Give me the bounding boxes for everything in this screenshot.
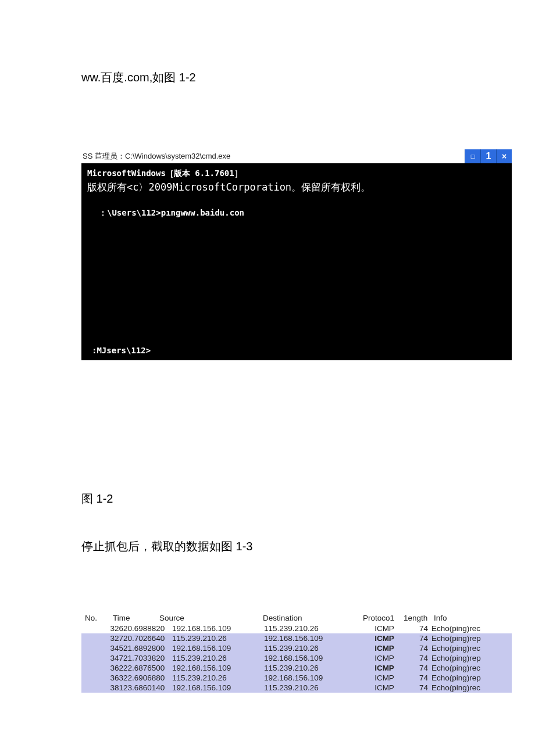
table-row[interactable]: 347 21.7033820115.239.210.26192.168.156.… xyxy=(81,653,512,663)
col-header-no: No. xyxy=(81,614,113,622)
table-row[interactable]: 381 23.6860140192.168.156.109115.239.210… xyxy=(81,683,512,693)
cell-protocol: ICMP xyxy=(364,634,405,643)
cell-source: 192.168.156.109 xyxy=(172,644,264,653)
cell-source: 192.168.156.109 xyxy=(172,683,264,692)
body-text-2: 停止抓包后，截取的数据如图 1-3 xyxy=(81,539,454,554)
cmd-line-ping: ：\Users\112>pıngwww.baidu.con xyxy=(87,206,506,219)
packet-table: No. Time Source Destination Protoco1 1en… xyxy=(81,612,512,693)
cell-length: 74 xyxy=(405,644,431,653)
cell-protocol: ICMP xyxy=(364,644,405,653)
cmd-window-controls: □ 1 × xyxy=(465,149,512,163)
col-header-info: Info xyxy=(434,614,512,622)
cell-protocol: ICMP xyxy=(364,654,405,662)
cell-info: Echo(ping)rep xyxy=(431,634,512,643)
cell-info: Echo(ping)rec xyxy=(431,644,512,653)
cell-protocol: ICMP xyxy=(364,683,405,692)
cell-no: 327 xyxy=(81,634,123,643)
cell-no: 381 xyxy=(81,683,123,692)
cell-destination: 192.168.156.109 xyxy=(264,654,364,662)
cmd-title: SS 苣理员：C:\Windows\system32\cmd.exe xyxy=(81,151,230,162)
table-row[interactable]: 345 21.6892800192.168.156.109115.239.210… xyxy=(81,643,512,653)
cell-protocol: ICMP xyxy=(364,673,405,682)
table-row[interactable]: 326 20.6988820192.168.156.109115.239.210… xyxy=(81,624,512,633)
col-header-destination: Destination xyxy=(263,614,363,622)
cmd-title-path: C:\Windows\system32\cmd.exe xyxy=(125,152,230,160)
cell-info: Echo(ping)rep xyxy=(431,673,512,682)
cmd-body: MicrosoftWindows［版本 6.1.7601］ 版权所有<c〉200… xyxy=(81,163,512,360)
cell-source: 115.239.210.26 xyxy=(172,673,264,682)
cell-time: 22.6906880 xyxy=(123,673,172,682)
packet-header-row: No. Time Source Destination Protoco1 1en… xyxy=(81,612,512,624)
maximize-button[interactable]: 1 xyxy=(480,149,496,163)
cell-time: 21.7033820 xyxy=(123,654,172,662)
cell-length: 74 xyxy=(405,683,431,692)
cell-protocol: ICMP xyxy=(364,624,405,633)
cmd-line-copyright: 版权所有<c〉2009MicrosoftCorporation。保留所有权利。 xyxy=(87,180,506,195)
cell-length: 74 xyxy=(405,673,431,682)
cell-info: Echo(ping)rec xyxy=(431,664,512,672)
cmd-line-version: MicrosoftWindows［版本 6.1.7601］ xyxy=(87,167,506,180)
cell-length: 74 xyxy=(405,654,431,662)
col-header-source: Source xyxy=(159,614,263,622)
cmd-window: SS 苣理员：C:\Windows\system32\cmd.exe □ 1 ×… xyxy=(81,149,512,360)
col-header-time: Time xyxy=(113,614,159,622)
cmd-titlebar: SS 苣理员：C:\Windows\system32\cmd.exe □ 1 × xyxy=(81,149,512,163)
cell-protocol: ICMP xyxy=(364,664,405,672)
cell-time: 21.6892800 xyxy=(123,644,172,653)
close-button[interactable]: × xyxy=(496,149,512,163)
cell-destination: 115.239.210.26 xyxy=(264,624,364,633)
cell-source: 192.168.156.109 xyxy=(172,624,264,633)
cell-source: 115.239.210.26 xyxy=(172,634,264,643)
col-header-protocol: Protoco1 xyxy=(363,614,404,622)
table-row[interactable]: 362 22.6876500192.168.156.109115.239.210… xyxy=(81,663,512,673)
figure-caption-1-2: 图 1-2 xyxy=(81,491,454,507)
cell-no: 326 xyxy=(81,624,123,633)
body-text-1: ww.百度.com,如图 1-2 xyxy=(81,70,454,85)
cell-time: 23.6860140 xyxy=(123,683,172,692)
table-row[interactable]: 327 20.7026640115.239.210.26192.168.156.… xyxy=(81,633,512,643)
cell-no: 345 xyxy=(81,644,123,653)
cell-no: 362 xyxy=(81,664,123,672)
cell-length: 74 xyxy=(405,664,431,672)
table-row[interactable]: 363 22.6906880115.239.210.26192.168.156.… xyxy=(81,673,512,683)
cell-no: 363 xyxy=(81,673,123,682)
cell-length: 74 xyxy=(405,624,431,633)
cell-destination: 192.168.156.109 xyxy=(264,634,364,643)
cell-time: 20.7026640 xyxy=(123,634,172,643)
cell-info: Echo(ping)rec xyxy=(431,683,512,692)
cell-no: 347 xyxy=(81,654,123,662)
cell-destination: 115.239.210.26 xyxy=(264,664,364,672)
minimize-button[interactable]: □ xyxy=(465,149,480,163)
cell-destination: 115.239.210.26 xyxy=(264,644,364,653)
cmd-line-prompt: :MJsers\112> xyxy=(87,344,506,357)
cell-destination: 192.168.156.109 xyxy=(264,673,364,682)
cell-time: 20.6988820 xyxy=(123,624,172,633)
cell-source: 192.168.156.109 xyxy=(172,664,264,672)
cell-info: Echo(ping)rec xyxy=(431,624,512,633)
cell-info: Echo(ping)rep xyxy=(431,654,512,662)
cell-destination: 115.239.210.26 xyxy=(264,683,364,692)
cell-source: 115.239.210.26 xyxy=(172,654,264,662)
col-header-length: 1ength xyxy=(404,614,434,622)
cell-length: 74 xyxy=(405,634,431,643)
cmd-title-prefix: SS 苣理员： xyxy=(83,152,125,160)
cell-time: 22.6876500 xyxy=(123,664,172,672)
